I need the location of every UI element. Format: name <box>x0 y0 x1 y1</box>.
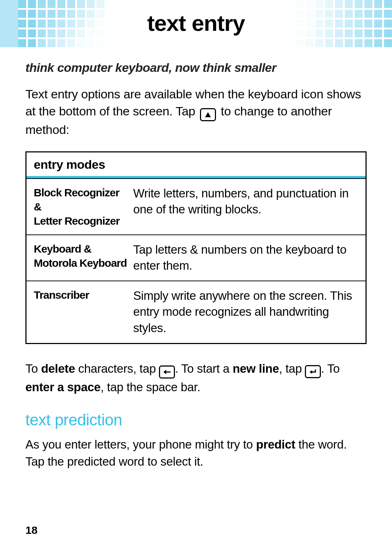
text-prediction-heading: text prediction <box>25 411 367 429</box>
intro-paragraph: Text entry options are available when th… <box>25 86 367 138</box>
row-label: Keyboard & Motorola Keyboard <box>26 235 132 281</box>
row-description: Write letters, numbers, and punctuation … <box>132 179 366 234</box>
svg-marker-3 <box>310 370 312 374</box>
return-arrow-icon <box>305 365 321 378</box>
row-description: Simply write anywhere on the screen. Thi… <box>132 281 366 343</box>
svg-marker-2 <box>163 370 166 374</box>
table-row: Keyboard & Motorola Keyboard Tap letters… <box>26 234 366 281</box>
up-triangle-icon <box>200 108 216 121</box>
svg-marker-0 <box>205 112 211 117</box>
row-label: Transcriber <box>26 281 132 343</box>
page-subtitle: think computer keyboard, now think small… <box>25 61 367 75</box>
page-number: 18 <box>25 524 37 536</box>
decoration-top-right: (function(){ var holder=document.current… <box>296 0 392 47</box>
row-label: Block Recognizer & Letter Recognizer <box>26 179 132 234</box>
table-row: Block Recognizer & Letter Recognizer Wri… <box>26 178 366 234</box>
entry-modes-table: entry modes Block Recognizer & Letter Re… <box>25 151 367 344</box>
row-description: Tap letters & numbers on the keyboard to… <box>132 235 366 281</box>
table-header: entry modes <box>26 152 366 178</box>
instructions-paragraph: To delete characters, tap . To start a n… <box>25 360 367 396</box>
text-prediction-body: As you enter letters, your phone might t… <box>25 436 367 470</box>
decoration-top-left: (function(){ var holder=document.current… <box>0 0 96 47</box>
back-arrow-icon <box>159 365 175 379</box>
table-row: Transcriber Simply write anywhere on the… <box>26 281 366 343</box>
